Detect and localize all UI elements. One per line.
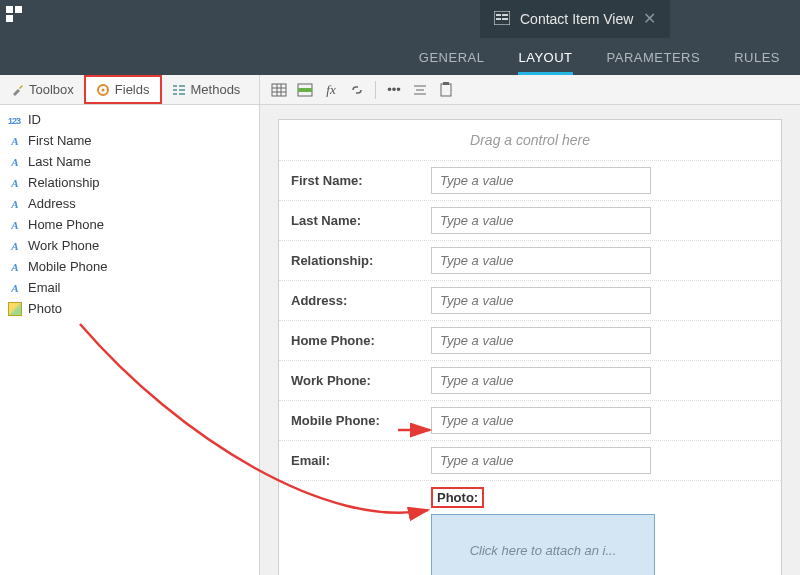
left-tab-toolbox-label: Toolbox [29, 82, 74, 97]
field-label: Relationship [28, 175, 100, 190]
text-field-icon: A [8, 260, 22, 274]
form-row[interactable]: Last Name: [279, 200, 781, 240]
drag-hint: Drag a control here [279, 120, 781, 160]
left-tab-toolbox[interactable]: Toolbox [0, 75, 84, 104]
field-item-lastname[interactable]: A Last Name [0, 151, 259, 172]
form-row[interactable]: Address: [279, 280, 781, 320]
form-input-firstname[interactable] [431, 167, 651, 194]
expression-icon[interactable]: fx [320, 79, 342, 101]
photo-dropzone[interactable]: Click here to attach an i... [431, 514, 655, 575]
form-input-relationship[interactable] [431, 247, 651, 274]
form-input-homephone[interactable] [431, 327, 651, 354]
field-label: ID [28, 112, 41, 127]
field-item-homephone[interactable]: A Home Phone [0, 214, 259, 235]
tab-rules[interactable]: RULES [734, 50, 780, 75]
field-item-mobilephone[interactable]: A Mobile Phone [0, 256, 259, 277]
text-field-icon: A [8, 155, 22, 169]
app-logo-icon [6, 6, 24, 24]
wrench-icon [10, 83, 24, 97]
text-field-icon: A [8, 239, 22, 253]
svg-rect-3 [496, 18, 501, 20]
form-row[interactable]: Work Phone: [279, 360, 781, 400]
field-item-relationship[interactable]: A Relationship [0, 172, 259, 193]
left-tab-methods-label: Methods [191, 82, 241, 97]
field-label: Address [28, 196, 76, 211]
form-row[interactable]: First Name: [279, 160, 781, 200]
field-item-photo[interactable]: Photo [0, 298, 259, 319]
text-field-icon: A [8, 281, 22, 295]
field-label: First Name [28, 133, 92, 148]
svg-text:3: 3 [16, 116, 21, 126]
methods-icon [172, 83, 186, 97]
id-field-icon: 123 [8, 113, 22, 127]
close-icon[interactable]: ✕ [643, 11, 656, 27]
align-icon[interactable] [409, 79, 431, 101]
svg-point-6 [101, 88, 104, 91]
layout-toolbar: fx ••• [260, 75, 800, 105]
form-label: Last Name: [291, 213, 431, 228]
document-tab[interactable]: Contact Item View ✕ [480, 0, 670, 38]
field-label: Email [28, 280, 61, 295]
field-list: 123 ID A First Name A Last Name A Relati… [0, 105, 259, 323]
document-tab-title: Contact Item View [520, 11, 633, 27]
field-item-firstname[interactable]: A First Name [0, 130, 259, 151]
form-view-icon [494, 11, 510, 28]
svg-rect-26 [441, 84, 451, 96]
field-item-email[interactable]: A Email [0, 277, 259, 298]
form-input-email[interactable] [431, 447, 651, 474]
form-row[interactable]: Relationship: [279, 240, 781, 280]
field-label: Mobile Phone [28, 259, 108, 274]
field-item-id[interactable]: 123 ID [0, 109, 259, 130]
form-label: Home Phone: [291, 333, 431, 348]
form-row-photo[interactable]: Photo: Click here to attach an i... [279, 480, 781, 575]
photo-label-highlighted: Photo: [431, 487, 484, 508]
svg-rect-27 [443, 82, 449, 85]
image-field-icon [8, 302, 22, 316]
field-label: Work Phone [28, 238, 99, 253]
form-label: Relationship: [291, 253, 431, 268]
link-icon[interactable] [346, 79, 368, 101]
text-field-icon: A [8, 218, 22, 232]
insert-row-icon[interactable] [294, 79, 316, 101]
field-label: Home Phone [28, 217, 104, 232]
tab-parameters[interactable]: PARAMETERS [607, 50, 701, 75]
field-label: Photo [28, 301, 62, 316]
text-field-icon: A [8, 197, 22, 211]
field-label: Last Name [28, 154, 91, 169]
form-label: Mobile Phone: [291, 413, 431, 428]
field-item-address[interactable]: A Address [0, 193, 259, 214]
form-row[interactable]: Email: [279, 440, 781, 480]
tab-layout[interactable]: LAYOUT [518, 50, 572, 75]
text-field-icon: A [8, 176, 22, 190]
svg-rect-1 [496, 14, 501, 16]
form-input-address[interactable] [431, 287, 651, 314]
form-row[interactable]: Home Phone: [279, 320, 781, 360]
svg-rect-11 [179, 89, 185, 91]
field-item-workphone[interactable]: A Work Phone [0, 235, 259, 256]
svg-rect-8 [173, 89, 177, 91]
left-tab-fields[interactable]: Fields [84, 75, 162, 104]
left-panel: Toolbox Fields Methods 123 ID A [0, 75, 260, 575]
form-input-workphone[interactable] [431, 367, 651, 394]
form-input-lastname[interactable] [431, 207, 651, 234]
insert-table-icon[interactable] [268, 79, 290, 101]
svg-rect-22 [298, 88, 312, 92]
nav-tabs: GENERAL LAYOUT PARAMETERS RULES [419, 41, 780, 75]
svg-rect-12 [179, 93, 185, 95]
fields-icon [96, 83, 110, 97]
form-input-mobilephone[interactable] [431, 407, 651, 434]
svg-rect-2 [502, 14, 508, 16]
svg-rect-16 [272, 84, 286, 96]
paste-icon[interactable] [435, 79, 457, 101]
toolbar-separator [375, 81, 376, 99]
design-canvas[interactable]: Drag a control here First Name: Last Nam… [260, 105, 800, 575]
header-bar: Contact Item View ✕ GENERAL LAYOUT PARAM… [0, 0, 800, 75]
form-label: Work Phone: [291, 373, 431, 388]
more-icon[interactable]: ••• [383, 79, 405, 101]
left-tab-methods[interactable]: Methods [162, 75, 251, 104]
tab-general[interactable]: GENERAL [419, 50, 485, 75]
text-field-icon: A [8, 134, 22, 148]
form-label: Address: [291, 293, 431, 308]
form-row[interactable]: Mobile Phone: [279, 400, 781, 440]
svg-rect-10 [179, 85, 185, 87]
